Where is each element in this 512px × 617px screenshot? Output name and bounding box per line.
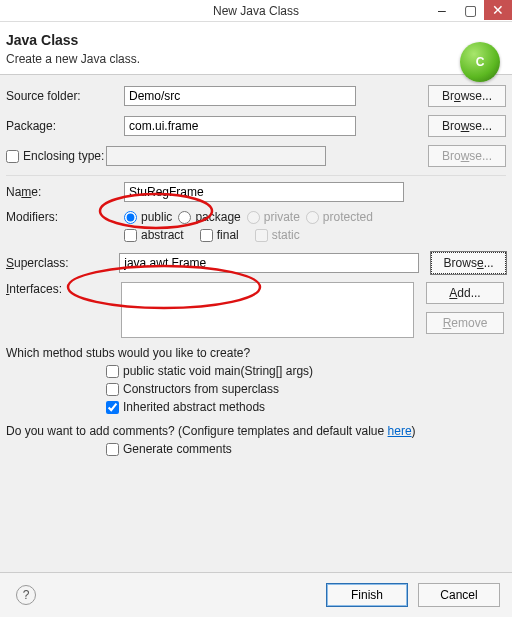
modifier-public[interactable]: public [124, 210, 172, 224]
finish-button[interactable]: Finish [326, 583, 408, 607]
enclosing-type-check[interactable]: Enclosing type: [6, 149, 104, 163]
modifier-abstract[interactable]: abstract [124, 228, 184, 242]
generate-comments[interactable]: Generate comments [106, 442, 506, 456]
form-area: Source folder: Browse... Package: Browse… [0, 75, 512, 470]
name-label: Name: [6, 185, 118, 199]
remove-interface-button: Remove [426, 312, 504, 334]
help-button[interactable]: ? [16, 585, 36, 605]
browse-source-button[interactable]: Browse... [428, 85, 506, 107]
close-button[interactable]: ✕ [484, 0, 512, 20]
titlebar: New Java Class – ▢ ✕ [0, 0, 512, 22]
class-icon: C [460, 42, 500, 82]
modifier-static: static [255, 228, 300, 242]
modifier-protected: protected [306, 210, 373, 224]
browse-superclass-button[interactable]: Browse... [431, 252, 506, 274]
superclass-input[interactable] [119, 253, 419, 273]
source-folder-input[interactable] [124, 86, 356, 106]
modifier-package[interactable]: package [178, 210, 240, 224]
header-title: Java Class [6, 32, 500, 48]
source-folder-label: Source folder: [6, 89, 118, 103]
method-stubs-question: Which method stubs would you like to cre… [6, 346, 506, 360]
superclass-label: Superclass: [6, 256, 113, 270]
stub-constructors[interactable]: Constructors from superclass [106, 382, 506, 396]
dialog-header: Java Class Create a new Java class. C [0, 22, 512, 75]
minimize-button[interactable]: – [428, 0, 456, 20]
window-buttons: – ▢ ✕ [428, 0, 512, 20]
modifier-final[interactable]: final [200, 228, 239, 242]
maximize-button[interactable]: ▢ [456, 0, 484, 20]
stub-main[interactable]: public static void main(String[] args) [106, 364, 506, 378]
here-link[interactable]: here [388, 424, 412, 438]
add-interface-button[interactable]: Add... [426, 282, 504, 304]
browse-enclosing-button: Browse... [428, 145, 506, 167]
package-label: Package: [6, 119, 118, 133]
browse-package-button[interactable]: Browse... [428, 115, 506, 137]
name-input[interactable] [124, 182, 404, 202]
modifiers-label: Modifiers: [6, 210, 118, 224]
interfaces-list[interactable] [121, 282, 414, 338]
comments-question: Do you want to add comments? (Configure … [6, 424, 416, 438]
stub-inherited[interactable]: Inherited abstract methods [106, 400, 506, 414]
enclosing-type-input [106, 146, 326, 166]
interfaces-label: Interfaces: [6, 282, 115, 296]
modifier-private: private [247, 210, 300, 224]
package-input[interactable] [124, 116, 356, 136]
header-subtitle: Create a new Java class. [6, 52, 500, 66]
dialog-footer: ? Finish Cancel [0, 572, 512, 617]
cancel-button[interactable]: Cancel [418, 583, 500, 607]
